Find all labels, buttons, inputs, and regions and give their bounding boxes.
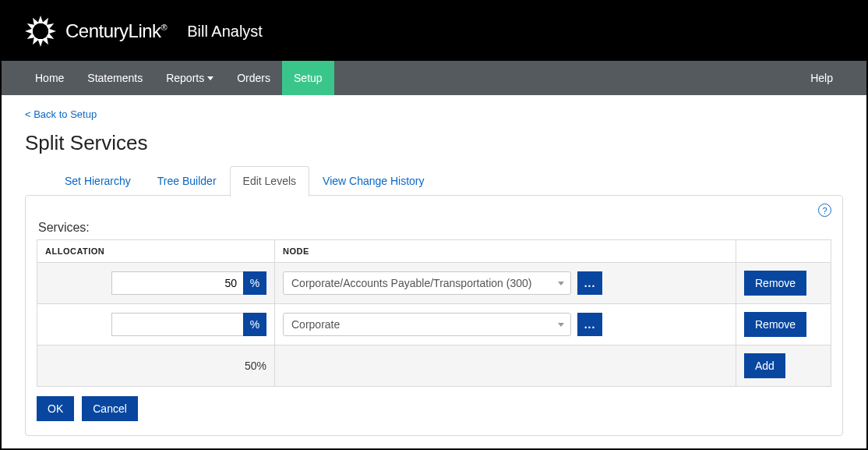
allocation-input[interactable] [111,271,244,295]
svg-marker-0 [38,16,44,23]
table-row: % Corporate ... Remove [37,304,831,345]
percent-badge: % [243,313,266,336]
percent-badge: % [243,271,266,295]
services-table: ALLOCATION NODE % Corporate/Accounts Pay… [37,239,831,387]
page-title: Split Services [25,131,843,155]
tabs: Set Hierarchy Tree Builder Edit Levels V… [51,166,843,196]
sunburst-icon [23,14,58,48]
services-label: Services: [38,221,831,235]
tab-set-hierarchy[interactable]: Set Hierarchy [51,166,144,196]
node-browse-button[interactable]: ... [577,271,602,295]
nav-left: Home Statements Reports Orders Setup [23,61,334,95]
tab-edit-levels[interactable]: Edit Levels [230,166,309,197]
brand-name: CenturyLink® [65,20,167,42]
chevron-down-icon [207,76,213,80]
nav-help[interactable]: Help [799,61,845,95]
remove-button[interactable]: Remove [744,271,806,296]
allocation-input[interactable] [111,313,244,336]
tab-tree-builder[interactable]: Tree Builder [144,166,230,196]
page-body: < Back to Setup Split Services Set Hiera… [2,95,866,450]
svg-marker-9 [25,29,33,34]
table-total-row: 50% Add [37,345,831,387]
col-actions [736,240,831,263]
allocation-total: 50% [245,360,266,372]
nav-orders[interactable]: Orders [225,61,282,95]
remove-button[interactable]: Remove [744,312,806,337]
node-select-value: Corporate [291,318,340,331]
nav-reports[interactable]: Reports [154,61,225,95]
tab-panel: ? Services: ALLOCATION NODE [25,195,843,436]
main-nav: Home Statements Reports Orders Setup Hel… [2,61,866,95]
top-header: CenturyLink® Bill Analyst [2,2,866,61]
svg-marker-6 [38,39,44,47]
node-select[interactable]: Corporate/Accounts Payable/Transportatio… [283,271,571,295]
ok-button[interactable]: OK [37,396,74,421]
tab-view-change-history[interactable]: View Change History [309,166,437,196]
app-name: Bill Analyst [187,23,263,41]
nav-home[interactable]: Home [23,61,76,95]
node-select-value: Corporate/Accounts Payable/Transportatio… [291,277,531,289]
col-node: NODE [275,240,736,263]
table-row: % Corporate/Accounts Payable/Transportat… [37,263,831,304]
help-icon[interactable]: ? [818,204,831,217]
svg-marker-3 [48,29,56,34]
chevron-down-icon [558,323,564,327]
cancel-button[interactable]: Cancel [82,396,138,421]
col-allocation: ALLOCATION [37,240,275,263]
nav-statements[interactable]: Statements [76,61,154,95]
chevron-down-icon [558,282,564,285]
footer-buttons: OK Cancel [37,396,831,421]
node-browse-button[interactable]: ... [577,313,602,336]
nav-setup[interactable]: Setup [282,61,334,95]
node-select[interactable]: Corporate [283,313,571,336]
add-button[interactable]: Add [744,353,785,378]
back-to-setup-link[interactable]: < Back to Setup [25,108,97,120]
brand-logo: CenturyLink® [23,14,167,48]
